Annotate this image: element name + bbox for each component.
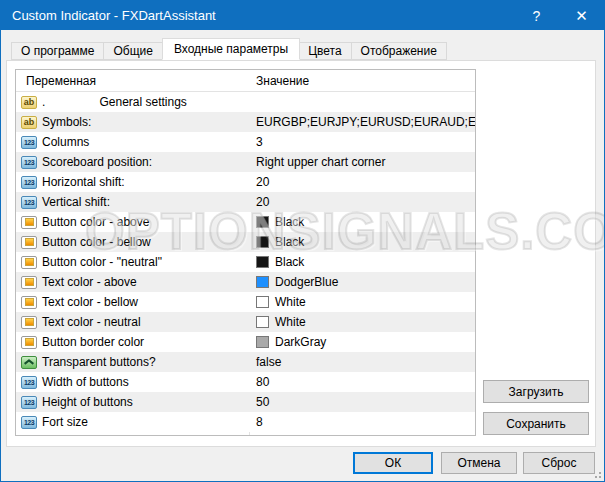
param-value-cell[interactable]: Black	[249, 215, 475, 229]
param-type-number-icon: 123	[21, 376, 37, 389]
param-value-cell[interactable]: 8	[249, 415, 475, 429]
custom-indicator-dialog: Custom Indicator - FXDartAssistant ? ✕ О…	[0, 0, 605, 482]
param-row[interactable]: Button border colorDarkGray	[16, 332, 475, 352]
param-value: White	[275, 315, 306, 329]
param-value: Black	[275, 235, 304, 249]
param-type-color-icon	[21, 316, 37, 329]
tab-about[interactable]: О программе	[11, 42, 104, 60]
param-name: Columns	[42, 135, 89, 149]
tab-display[interactable]: Отображение	[352, 42, 447, 60]
param-value: 50	[256, 395, 269, 409]
reset-button[interactable]: Сброс	[523, 452, 595, 474]
param-group-label: General settings	[45, 95, 249, 109]
param-value-cell[interactable]: White	[249, 295, 475, 309]
param-type-bool-icon	[21, 356, 37, 369]
param-name-cell: Text color - above	[16, 275, 249, 289]
param-name: Text color - above	[42, 275, 137, 289]
param-type-number-icon: 123	[21, 136, 37, 149]
param-row[interactable]: Button color - bellowBlack	[16, 232, 475, 252]
param-row[interactable]: Text color - neutralWhite	[16, 312, 475, 332]
param-name-cell: Button color - "neutral"	[16, 255, 249, 269]
param-name: Button color - "neutral"	[42, 255, 162, 269]
color-swatch	[256, 336, 269, 348]
cancel-button[interactable]: Отмена	[441, 452, 517, 474]
window-title: Custom Indicator - FXDartAssistant	[1, 8, 514, 23]
param-value-cell[interactable]: Black	[249, 255, 475, 269]
param-value: White	[275, 295, 306, 309]
param-row[interactable]: 123Width of buttons80	[16, 372, 475, 392]
color-swatch	[256, 276, 269, 288]
param-name-cell: 123Vertical shift:	[16, 195, 249, 209]
param-name-cell: 123Columns	[16, 135, 249, 149]
param-value-cell[interactable]: DarkGray	[249, 335, 475, 349]
param-row[interactable]: Button color - aboveBlack	[16, 212, 475, 232]
param-value-cell[interactable]: White	[249, 315, 475, 329]
color-swatch	[256, 316, 269, 328]
color-swatch	[256, 296, 269, 308]
parameters-table: Переменная Значение ab.General settingsa…	[15, 69, 476, 436]
param-name: Fort size	[42, 415, 88, 429]
param-name: Vertical shift:	[42, 195, 110, 209]
param-value-cell[interactable]: 80	[249, 375, 475, 389]
param-name: Button color - bellow	[42, 235, 151, 249]
param-value: EURGBP;EURJPY;EURUSD;EURAUD;EU...	[256, 115, 475, 129]
tab-inputs[interactable]: Входные параметры	[162, 38, 300, 60]
param-name: Text color - neutral	[42, 315, 141, 329]
param-type-text-icon: ab	[21, 96, 37, 109]
param-row[interactable]: 123Scoreboard position:Right upper chart…	[16, 152, 475, 172]
resize-grip-icon[interactable]	[591, 468, 601, 478]
param-name-cell: Button color - bellow	[16, 235, 249, 249]
param-row[interactable]: 123Vertical shift:20	[16, 192, 475, 212]
param-name-cell: Transparent buttons?	[16, 355, 249, 369]
param-type-color-icon	[21, 336, 37, 349]
param-name-cell: ab.General settings	[16, 95, 249, 109]
param-row[interactable]: Button color - "neutral"Black	[16, 252, 475, 272]
param-row[interactable]: 123Horizontal shift:20	[16, 172, 475, 192]
param-name-cell: 123Scoreboard position:	[16, 155, 249, 169]
param-name: Button color - above	[42, 215, 149, 229]
table-header: Переменная Значение	[16, 70, 475, 92]
param-name-cell: Button color - above	[16, 215, 249, 229]
tab-common[interactable]: Общие	[104, 42, 162, 60]
param-value-cell[interactable]: 50	[249, 395, 475, 409]
param-value-cell[interactable]: Right upper chart corner	[249, 155, 475, 169]
param-value-cell[interactable]: false	[249, 355, 475, 369]
param-row[interactable]: Text color - aboveDodgerBlue	[16, 272, 475, 292]
param-type-text-icon: ab	[21, 116, 37, 129]
tab-strip: О программеОбщиеВходные параметрыЦветаОт…	[11, 39, 447, 60]
param-value-cell[interactable]: DodgerBlue	[249, 275, 475, 289]
param-row[interactable]: 123Height of buttons50	[16, 392, 475, 412]
close-icon[interactable]: ✕	[559, 1, 604, 30]
param-value-cell[interactable]: EURGBP;EURJPY;EURUSD;EURAUD;EU...	[249, 115, 475, 129]
param-value-cell[interactable]: 3	[249, 135, 475, 149]
param-type-color-icon	[21, 256, 37, 269]
param-type-color-icon	[21, 216, 37, 229]
param-row[interactable]: Transparent buttons?false	[16, 352, 475, 372]
param-name-cell: Text color - neutral	[16, 315, 249, 329]
header-value: Значение	[249, 74, 309, 88]
param-value-cell[interactable]: 20	[249, 175, 475, 189]
param-row[interactable]: ab.General settings	[16, 92, 475, 112]
param-row[interactable]: abSymbols:EURGBP;EURJPY;EURUSD;EURAUD;EU…	[16, 112, 475, 132]
param-value: 20	[256, 195, 269, 209]
ok-button[interactable]: ОК	[353, 452, 433, 474]
save-button[interactable]: Сохранить	[483, 412, 589, 435]
color-swatch	[256, 216, 269, 228]
param-value: DarkGray	[275, 335, 326, 349]
param-type-number-icon: 123	[21, 176, 37, 189]
param-value: Black	[275, 255, 304, 269]
header-variable: Переменная	[16, 74, 249, 88]
param-name-cell: 123Horizontal shift:	[16, 175, 249, 189]
param-name-cell: 123Width of buttons	[16, 375, 249, 389]
param-row[interactable]: 123Columns3	[16, 132, 475, 152]
tab-colors[interactable]: Цвета	[299, 42, 351, 60]
load-button[interactable]: Загрузить	[483, 380, 589, 403]
param-row[interactable]: 123Fort size8	[16, 412, 475, 432]
color-swatch	[256, 256, 269, 268]
param-value: Black	[275, 215, 304, 229]
help-icon[interactable]: ?	[514, 1, 559, 30]
param-value-cell[interactable]: 20	[249, 195, 475, 209]
param-row[interactable]: Text color - bellowWhite	[16, 292, 475, 312]
param-value-cell[interactable]: Black	[249, 235, 475, 249]
param-type-number-icon: 123	[21, 416, 37, 429]
